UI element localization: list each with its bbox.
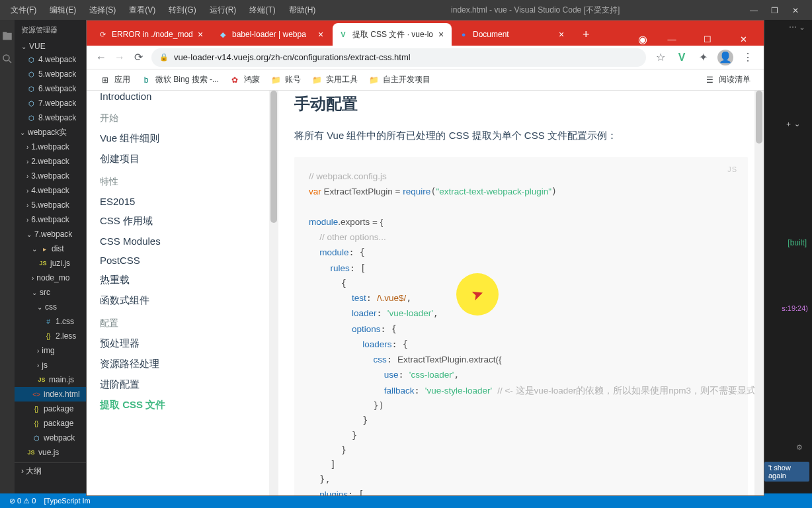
tree-folder[interactable]: js (15, 358, 86, 372)
menu-terminal[interactable]: 终端(T) (244, 2, 280, 19)
nav-item[interactable]: 进阶配置 (87, 374, 278, 395)
back-button[interactable]: ← (92, 48, 110, 67)
panel-plus-icon[interactable]: ＋ ⌄ (785, 119, 800, 129)
status-errors[interactable]: ⊘ 0 ⚠ 0 (5, 497, 40, 505)
bookmark-huawei[interactable]: ✿鸿蒙 (224, 71, 265, 88)
bookmark-folder[interactable]: 📁自主开发项目 (363, 71, 436, 88)
maximize-icon[interactable]: ❐ (771, 6, 779, 14)
tree-folder[interactable]: 6.webpack (15, 212, 86, 227)
menu-file[interactable]: 文件(F) (5, 2, 42, 19)
tree-folder[interactable]: 4.webpack (15, 183, 86, 198)
tree-item[interactable]: JSmain.js (15, 372, 86, 387)
nav-item[interactable]: PostCSS (87, 251, 278, 270)
forward-button[interactable]: → (110, 48, 129, 67)
scrollbar-thumb[interactable] (270, 91, 277, 223)
menu-icon[interactable]: ⋮ (741, 51, 754, 64)
json-icon: {} (32, 419, 41, 428)
minimize-icon[interactable]: — (750, 6, 758, 14)
tree-item[interactable]: ⬡8.webpack (15, 110, 86, 125)
gear-icon[interactable]: ⚙ (796, 443, 803, 452)
tree-item[interactable]: {}package (15, 402, 86, 416)
nav-item[interactable]: 资源路径处理 (87, 354, 278, 374)
bookmark-bing[interactable]: b微软 Bing 搜索 -... (136, 71, 224, 88)
menu-goto[interactable]: 转到(G) (163, 2, 201, 19)
close-icon[interactable]: ✕ (792, 6, 800, 14)
menu-run[interactable]: 运行(R) (204, 2, 242, 19)
nav-item[interactable]: Vue 组件细则 (87, 128, 278, 149)
scrollbar[interactable] (269, 91, 278, 495)
tree-item[interactable]: #1.css (15, 314, 86, 329)
tree-folder[interactable]: 7.webpack (15, 227, 86, 241)
browser-tab[interactable]: ◆ babel-loader | webpa × (212, 23, 331, 46)
status-typescript[interactable]: [TypeScript Im (40, 497, 94, 505)
tree-item[interactable]: ⬡4.webpack (15, 52, 86, 67)
outline-section[interactable]: › 大纲 (15, 462, 86, 480)
tab-close-icon[interactable]: × (556, 29, 567, 40)
tree-folder[interactable]: 3.webpack (15, 169, 86, 183)
tree-item[interactable]: ⬡5.webpack (15, 67, 86, 81)
tree-folder[interactable]: ▸dist (15, 241, 86, 256)
bookmark-apps[interactable]: ⊞应用 (95, 71, 136, 88)
reload-button[interactable]: ⟳ (129, 48, 147, 67)
extensions-icon[interactable]: ✦ (696, 51, 710, 64)
nav-item[interactable]: 创建项目 (87, 149, 278, 169)
tree-folder[interactable]: css (15, 300, 86, 314)
maximize-icon[interactable]: ☐ (696, 34, 719, 44)
tree-item[interactable]: ⬡7.webpack (15, 96, 86, 110)
doc-sidebar[interactable]: Introduction 开始 Vue 组件细则 创建项目 特性 ES2015 … (87, 91, 278, 495)
tree-item[interactable]: {}2.less (15, 329, 86, 343)
browser-tab[interactable]: ⟳ ERROR in ./node_mod × (92, 23, 211, 46)
tab-close-icon[interactable]: × (315, 29, 326, 40)
scrollbar-thumb[interactable] (756, 91, 762, 144)
nav-item[interactable]: 热重载 (87, 270, 278, 290)
vue-extension-icon[interactable]: V (675, 51, 688, 64)
star-icon[interactable]: ☆ (654, 51, 667, 64)
code-lang-badge: JS (727, 163, 737, 175)
less-icon: {} (44, 331, 53, 341)
tree-item[interactable]: JSvue.js (15, 445, 86, 460)
tree-item[interactable]: ⬡webpack (15, 431, 86, 445)
tree-folder[interactable]: 2.webpack (15, 154, 86, 169)
tree-item[interactable]: JSjuzi.js (15, 256, 86, 271)
new-tab-button[interactable]: + (573, 24, 599, 46)
tree-folder[interactable]: webpack实 (15, 125, 86, 140)
nav-item[interactable]: CSS 作用域 (87, 211, 278, 232)
nav-item[interactable]: ES2015 (87, 192, 278, 211)
menu-help[interactable]: 帮助(H) (284, 2, 321, 19)
close-icon[interactable]: ✕ (732, 34, 754, 44)
panel-controls[interactable]: ⋯ ⌄ (789, 22, 805, 32)
nav-item-active[interactable]: 提取 CSS 文件 (87, 395, 278, 415)
bookmark-folder[interactable]: 📁实用工具 (306, 71, 363, 88)
tree-item[interactable]: {}package (15, 416, 86, 431)
tree-folder[interactable]: 5.webpack (15, 198, 86, 212)
nav-item[interactable]: 函数式组件 (87, 290, 278, 311)
page-scrollbar[interactable] (754, 91, 764, 495)
profile-icon[interactable]: 👤 (717, 50, 733, 65)
minimize-icon[interactable]: — (661, 34, 683, 44)
reading-list-button[interactable]: ☰阅读清单 (699, 71, 756, 88)
tab-title: 提取 CSS 文件 · vue-lo (352, 29, 436, 40)
explorer-icon[interactable] (1, 30, 13, 42)
nav-intro[interactable]: Introduction (87, 91, 278, 106)
tree-folder[interactable]: node_mo (15, 271, 86, 285)
bookmark-folder[interactable]: 📁账号 (265, 71, 306, 88)
browser-tab-active[interactable]: V 提取 CSS 文件 · vue-lo × (333, 23, 452, 46)
tab-close-icon[interactable]: × (436, 29, 446, 40)
nav-item[interactable]: CSS Modules (87, 232, 278, 251)
notification-text[interactable]: 't show again (764, 462, 809, 482)
browser-tab[interactable]: ● Document × (453, 23, 572, 46)
search-icon[interactable] (1, 53, 13, 65)
tree-item-active[interactable]: <>index.html (15, 387, 86, 402)
tree-folder[interactable]: src (15, 285, 86, 300)
nav-item[interactable]: 预处理器 (87, 333, 278, 354)
tree-folder[interactable]: 1.webpack (15, 140, 86, 154)
tree-folder[interactable]: img (15, 343, 86, 358)
tab-close-icon[interactable]: × (195, 29, 206, 40)
menu-select[interactable]: 选择(S) (84, 2, 121, 19)
url-input[interactable]: 🔒 vue-loader-v14.vuejs.org/zh-cn/configu… (151, 48, 646, 67)
menu-view[interactable]: 查看(V) (124, 2, 161, 19)
tree-item[interactable]: ⬡6.webpack (15, 81, 86, 96)
menu-edit[interactable]: 编辑(E) (44, 2, 81, 19)
media-icon[interactable]: ◉ (638, 33, 647, 46)
sidebar-project[interactable]: VUE (15, 40, 86, 52)
